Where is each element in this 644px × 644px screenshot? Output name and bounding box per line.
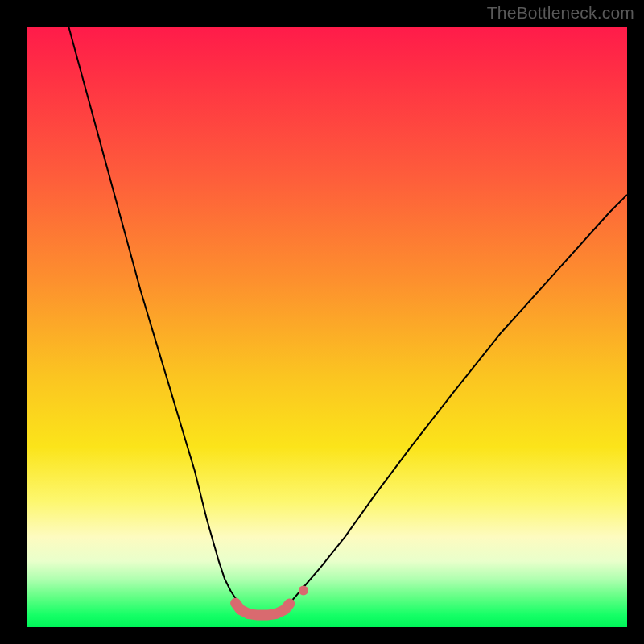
watermark-text: TheBottleneck.com (487, 3, 634, 23)
chart-frame: TheBottleneck.com (0, 0, 644, 644)
series-right-curve (285, 195, 627, 608)
series-bottom-trough (236, 603, 290, 615)
series-left-curve (68, 27, 246, 610)
series-dot-right (299, 585, 308, 595)
chart-svg (27, 27, 627, 627)
plot-area (27, 27, 627, 627)
